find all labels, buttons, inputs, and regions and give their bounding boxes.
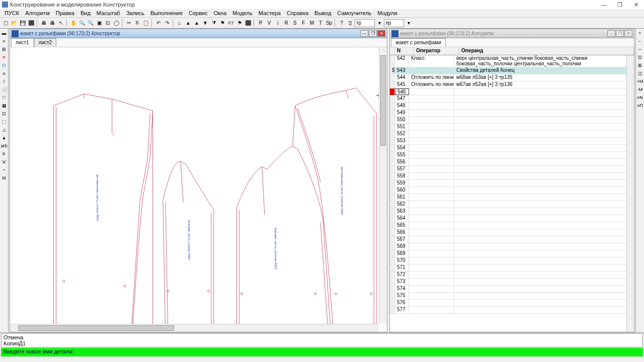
grid-row-565[interactable]: 565 xyxy=(390,222,634,229)
grid-row-567[interactable]: 567 xyxy=(390,236,634,243)
grid-row-545[interactable]: 545Отложить по линиим67ав л52ав [+] 3 тр… xyxy=(390,81,634,88)
zoom-window-icon[interactable]: ⊡ xyxy=(104,19,112,27)
open-icon[interactable]: 📂 xyxy=(10,19,18,27)
menu-ПУСК[interactable]: ПУСК xyxy=(2,10,22,17)
context-help-icon[interactable]: ⍰ xyxy=(346,19,354,27)
minimize-button[interactable]: — xyxy=(598,1,610,8)
flag2-icon[interactable]: ⚑ xyxy=(235,19,244,27)
menu-Справка[interactable]: Справка xyxy=(284,10,311,17)
grid-row-573[interactable]: 573 xyxy=(390,279,634,286)
grid-row-576[interactable]: 576 xyxy=(390,300,634,307)
left-tool-7[interactable]: ⬜ xyxy=(1,86,8,93)
grid-row-564[interactable]: 564 xyxy=(390,215,634,222)
left-tool-8[interactable]: □ xyxy=(1,94,8,101)
tb-T[interactable]: T xyxy=(316,19,325,27)
left-tool-17[interactable]: ~ xyxy=(1,166,8,173)
zoom-out-icon[interactable]: 🔍 xyxy=(87,19,95,27)
panel-min-button[interactable]: — xyxy=(360,30,368,37)
left-tool-12[interactable]: △ xyxy=(1,126,8,133)
f7-button[interactable]: F7 xyxy=(227,19,235,27)
left-tool-1[interactable]: ≡ xyxy=(1,38,8,45)
grid-row-554[interactable]: 554 xyxy=(390,145,634,152)
menu-Мастера[interactable]: Мастера xyxy=(256,10,283,17)
left-tool-0[interactable]: ▬ xyxy=(1,30,8,37)
col-operand[interactable]: Операнд xyxy=(459,47,634,55)
left-tool-2[interactable]: ⊞ xyxy=(1,46,8,53)
canvas-scroll-h[interactable] xyxy=(10,324,379,332)
save-icon[interactable]: 💾 xyxy=(19,19,27,27)
dropdown2-icon[interactable]: ▾ xyxy=(405,19,413,27)
right-tool-1[interactable]: ← xyxy=(636,38,643,45)
grid-row-568[interactable]: 568 xyxy=(390,243,634,250)
grid-scroll-v[interactable] xyxy=(626,55,634,332)
zoom-icon[interactable]: 🔍 xyxy=(78,19,86,27)
grid-row-572[interactable]: 572 xyxy=(390,272,634,279)
col-operator[interactable]: Оператор xyxy=(414,47,459,55)
col-n[interactable]: N xyxy=(395,47,414,55)
grid-row-563[interactable]: 563 xyxy=(390,208,634,215)
flag-icon[interactable]: ⚑ xyxy=(218,19,226,27)
grid-row-560[interactable]: 560 xyxy=(390,187,634,194)
grid-row-570[interactable]: 570 xyxy=(390,257,634,264)
menu-Выполнение[interactable]: Выполнение xyxy=(148,10,185,17)
menu-Алгоритм[interactable]: Алгоритм xyxy=(23,10,52,17)
close-button[interactable]: ✕ xyxy=(630,1,642,8)
tb-M[interactable]: M xyxy=(308,19,316,27)
grid-row-543[interactable]: $543Свойства деталей Конец xyxy=(390,67,634,74)
menu-Запись[interactable]: Запись xyxy=(124,10,147,17)
right-tool-7[interactable]: -M xyxy=(636,86,643,93)
left-tool-16[interactable]: 'a' xyxy=(1,158,8,165)
redo-icon[interactable]: ↷ xyxy=(163,19,171,27)
grid-row-562[interactable]: 562 xyxy=(390,201,634,208)
right-tool-6[interactable]: +M xyxy=(636,78,643,85)
print-preview-icon[interactable]: 🖶 xyxy=(48,19,56,27)
tb-R[interactable]: R xyxy=(282,19,290,27)
tri-down-icon[interactable]: ▼ xyxy=(201,19,209,27)
panel-max-button[interactable]: ❐ xyxy=(369,30,377,37)
grid-row-549[interactable]: 549 xyxy=(390,110,634,117)
tb-i[interactable]: i xyxy=(274,19,282,27)
panel-close-button[interactable]: ✕ xyxy=(624,30,632,37)
grid-row-574[interactable]: 574 xyxy=(390,286,634,293)
grid-row-551[interactable]: 551 xyxy=(390,124,634,131)
print-icon[interactable]: 🖶 xyxy=(40,19,48,27)
tb-V[interactable]: V xyxy=(265,19,273,27)
grid-row-542[interactable]: 542Классверх центральная_часть_спинки бо… xyxy=(390,55,634,67)
tab-list2[interactable]: лист2 xyxy=(34,38,57,47)
copy-icon[interactable]: ⎘ xyxy=(133,19,141,27)
tab-list1[interactable]: лист1 xyxy=(11,38,34,47)
menu-Модули[interactable]: Модули xyxy=(375,10,399,17)
prompt-input[interactable]: Введите новое имя детали: xyxy=(1,348,643,356)
panel-min-button[interactable]: — xyxy=(607,30,615,37)
algorithm-grid[interactable]: N Оператор Операнд 542Классверх централь… xyxy=(390,47,634,332)
panel-close-button[interactable]: ✕ xyxy=(377,30,385,37)
grid-row-558[interactable]: 558 xyxy=(390,173,634,180)
menu-Правка[interactable]: Правка xyxy=(53,10,77,17)
panel-max-button[interactable]: ❐ xyxy=(616,30,624,37)
right-tool-8[interactable]: ≡N xyxy=(636,94,643,101)
left-tool-14[interactable]: arb xyxy=(1,142,8,149)
menu-Самоучитель[interactable]: Самоучитель xyxy=(335,10,374,17)
drawing-canvas[interactable]: центральная_часть_спинки 2003 боковая_ча… xyxy=(10,47,387,332)
paste-icon[interactable]: 📋 xyxy=(142,19,150,27)
menu-Окна[interactable]: Окна xyxy=(211,10,229,17)
right-tool-0[interactable]: + xyxy=(636,30,643,37)
hand-icon[interactable]: ✋ xyxy=(69,19,77,27)
grid-row-546[interactable]: 546 xyxy=(390,88,634,96)
cut-icon[interactable]: ✂ xyxy=(125,19,133,27)
lr-input[interactable] xyxy=(384,19,404,27)
tri-down2-icon[interactable]: ⧩ xyxy=(210,19,218,27)
canvas-scroll-v[interactable] xyxy=(379,47,387,324)
left-tool-6[interactable]: / xyxy=(1,78,8,85)
left-tool-18[interactable]: M xyxy=(1,174,8,182)
algorithm-panel-title[interactable]: жакет с рельефами (96:170:2) Алгоритм — … xyxy=(390,29,634,38)
grid-row-566[interactable]: 566 xyxy=(390,229,634,236)
grid-row-552[interactable]: 552 xyxy=(390,131,634,138)
maximize-button[interactable]: ❐ xyxy=(614,1,626,8)
constructor-panel-title[interactable]: жакет с рельефами (96:170:2) Конструктор… xyxy=(10,29,387,38)
fit-icon[interactable]: ▣ xyxy=(95,19,103,27)
tb-Sp[interactable]: Sp xyxy=(325,19,333,27)
menu-Вывод[interactable]: Вывод xyxy=(312,10,334,17)
tb-S[interactable]: S xyxy=(291,19,299,27)
tab-jacket[interactable]: жакет с рельефами xyxy=(391,38,446,47)
